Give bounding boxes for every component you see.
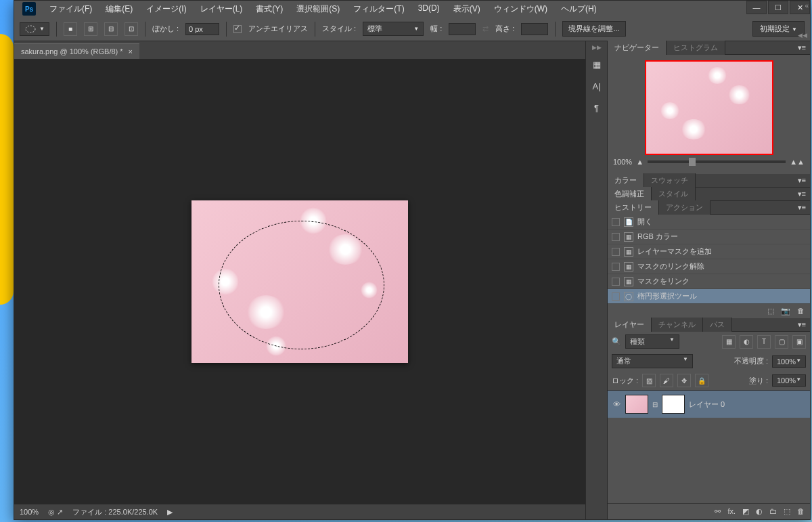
opacity-label: 不透明度 :	[734, 356, 768, 366]
actions-tab[interactable]: アクション	[659, 200, 710, 215]
feather-label: ぼかし :	[152, 24, 179, 34]
panel-menu-icon[interactable]: ▾≡	[794, 176, 810, 185]
style-dropdown[interactable]: 標準▼	[363, 22, 424, 36]
minimize-button[interactable]: —	[746, 1, 767, 14]
history-item[interactable]: 📄開く	[608, 215, 810, 230]
status-icon[interactable]: ◎ ↗	[48, 508, 63, 517]
menu-image[interactable]: イメージ(I)	[141, 1, 191, 18]
history-item-selected[interactable]: ◯楕円形選択ツール	[608, 289, 810, 304]
menu-window[interactable]: ウィンドウ(W)	[489, 1, 553, 18]
strip-icon-1[interactable]: ▦	[589, 56, 605, 72]
workspace-dropdown[interactable]: 初期設定 ▼	[752, 21, 805, 37]
search-icon[interactable]: 🔍	[612, 337, 621, 346]
refine-edge-button[interactable]: 境界線を調整...	[562, 21, 625, 37]
panel-menu-icon[interactable]: ▾≡	[794, 190, 810, 198]
width-input[interactable]	[449, 23, 476, 35]
filter-pixel-icon[interactable]: ▦	[722, 335, 736, 349]
lock-all-icon[interactable]: 🔒	[695, 374, 708, 387]
histogram-tab[interactable]: ヒストグラム	[667, 41, 725, 55]
panel-menu-icon[interactable]: ▾≡	[794, 43, 810, 52]
history-tab[interactable]: ヒストリー	[608, 200, 659, 215]
character-panel-icon[interactable]: A|	[589, 78, 605, 94]
tool-preset-dropdown[interactable]: ▼	[20, 22, 49, 36]
collapse-panels-icon[interactable]: «	[805, 2, 809, 9]
layers-tab[interactable]: レイヤー	[608, 318, 652, 332]
link-layers-icon[interactable]: ⚯	[715, 507, 721, 516]
add-mask-icon[interactable]: ◩	[742, 507, 749, 516]
filter-type-icon[interactable]: T	[757, 335, 771, 349]
history-item[interactable]: ▦マスクのリンク解除	[608, 259, 810, 274]
file-info[interactable]: ファイル : 225.0K/225.0K	[72, 507, 158, 517]
zoom-out-icon[interactable]: ▲	[636, 158, 644, 166]
new-layer-icon[interactable]: ⬚	[784, 507, 790, 516]
document-tab[interactable]: sakura.png @ 100% (RGB/8) * ×	[14, 43, 139, 59]
layer-fx-icon[interactable]: fx.	[727, 507, 736, 516]
panel-menu-icon[interactable]: ▾≡	[794, 320, 810, 329]
maximize-button[interactable]: ☐	[768, 1, 788, 14]
menu-type[interactable]: 書式(Y)	[250, 1, 288, 18]
blend-mode-dropdown[interactable]: 通常▼	[612, 354, 693, 368]
zoom-slider[interactable]	[648, 160, 786, 163]
fill-input[interactable]: 100%▼	[772, 374, 806, 387]
visibility-eye-icon[interactable]: 👁	[612, 400, 621, 408]
menu-view[interactable]: 表示(V)	[448, 1, 486, 18]
link-icon[interactable]: ⊟	[652, 401, 658, 408]
swap-wh-icon[interactable]: ⇄	[482, 24, 489, 33]
trash-icon[interactable]: 🗑	[797, 307, 805, 316]
menu-layer[interactable]: レイヤー(L)	[195, 1, 248, 18]
menu-edit[interactable]: 編集(E)	[100, 1, 138, 18]
document-canvas[interactable]	[191, 200, 408, 363]
app-window: Ps ファイル(F) 編集(E) イメージ(I) レイヤー(L) 書式(Y) 選…	[14, 0, 811, 520]
adjustment-layer-icon[interactable]: ◐	[756, 507, 763, 516]
menu-3d[interactable]: 3D(D)	[413, 1, 445, 18]
new-snapshot-icon[interactable]: ⬚	[767, 307, 774, 316]
lock-transparent-icon[interactable]: ▨	[642, 374, 656, 387]
subtract-selection-icon[interactable]: ⊟	[104, 22, 118, 36]
status-arrow-icon[interactable]: ▶	[167, 508, 173, 517]
opacity-input[interactable]: 100%▼	[772, 355, 806, 368]
canvas-area[interactable]	[14, 59, 585, 504]
history-item[interactable]: ▦マスクをリンク	[608, 274, 810, 289]
layer-mask-thumbnail[interactable]	[662, 395, 685, 414]
close-tab-icon[interactable]: ×	[129, 47, 133, 56]
layer-thumbnail[interactable]	[625, 395, 648, 414]
antialias-checkbox[interactable]	[233, 25, 242, 33]
channels-tab[interactable]: チャンネル	[652, 318, 703, 332]
filter-kind-dropdown[interactable]: 種類▼	[625, 334, 679, 349]
zoom-in-icon[interactable]: ▲▲	[790, 158, 805, 166]
paragraph-panel-icon[interactable]: ¶	[589, 100, 605, 116]
lock-position-icon[interactable]: ✥	[677, 374, 691, 387]
new-selection-icon[interactable]: ■	[64, 22, 77, 36]
nav-zoom-value[interactable]: 100%	[613, 158, 632, 166]
delete-layer-icon[interactable]: 🗑	[797, 507, 805, 516]
paths-tab[interactable]: パス	[703, 318, 732, 332]
lock-pixels-icon[interactable]: 🖌	[660, 374, 673, 387]
history-item[interactable]: ▦RGB カラー	[608, 230, 810, 244]
menu-help[interactable]: ヘルプ(H)	[556, 1, 602, 18]
height-input[interactable]	[521, 23, 548, 35]
filter-smart-icon[interactable]: ▣	[792, 335, 806, 349]
add-selection-icon[interactable]: ⊞	[84, 22, 97, 36]
layer-item[interactable]: 👁 ⊟ レイヤー 0	[608, 391, 810, 418]
menu-file[interactable]: ファイル(F)	[44, 1, 97, 18]
filter-adjust-icon[interactable]: ◐	[740, 335, 753, 349]
filter-shape-icon[interactable]: ▢	[775, 335, 788, 349]
intersect-selection-icon[interactable]: ⊡	[125, 22, 138, 36]
adjustments-tab[interactable]: 色調補正	[608, 187, 652, 201]
panel-menu-icon[interactable]: ▾≡	[794, 203, 810, 212]
navigator-tab[interactable]: ナビゲーター	[608, 41, 667, 55]
feather-input[interactable]	[185, 23, 219, 35]
camera-icon[interactable]: 📷	[781, 307, 790, 316]
zoom-level[interactable]: 100%	[20, 508, 39, 516]
color-tab[interactable]: カラー	[608, 173, 644, 188]
history-item[interactable]: ▦レイヤーマスクを追加	[608, 244, 810, 259]
panels-area: ◀◀ ナビゲーター ヒストグラム ▾≡ 100% ▲ ▲▲	[607, 41, 810, 519]
swatches-tab[interactable]: スウォッチ	[644, 173, 696, 188]
menu-filter[interactable]: フィルター(T)	[348, 1, 409, 18]
styles-tab[interactable]: スタイル	[652, 187, 696, 201]
layer-name[interactable]: レイヤー 0	[689, 399, 725, 410]
navigator-thumbnail[interactable]	[645, 60, 773, 155]
new-group-icon[interactable]: 🗀	[769, 507, 777, 516]
antialias-label: アンチエイリアス	[248, 24, 308, 34]
menu-select[interactable]: 選択範囲(S)	[291, 1, 345, 18]
